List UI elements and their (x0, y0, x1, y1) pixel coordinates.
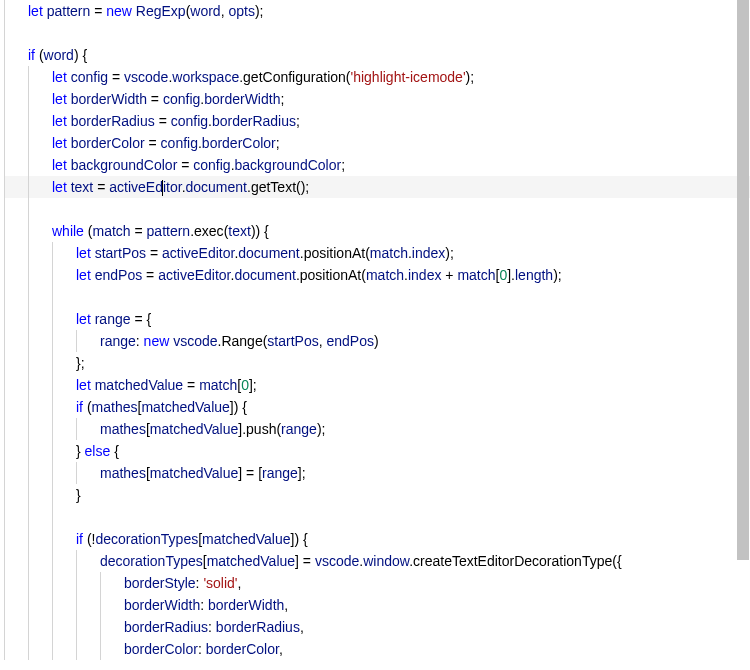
code-line[interactable]: let text = activeEditor.document.getText… (4, 176, 750, 198)
vertical-scrollbar[interactable] (736, 0, 750, 670)
code-line[interactable]: let borderWidth = config.borderWidth; (4, 88, 750, 110)
token-kw: let (76, 245, 91, 261)
token-punct: ] = [ (238, 465, 262, 481)
token-punct: ; (280, 91, 284, 107)
token-id: range (262, 465, 298, 481)
token-num: 0 (241, 377, 249, 393)
code-line[interactable]: } else { (4, 440, 750, 462)
token-id: word (190, 3, 220, 19)
token-id: borderRadius (212, 113, 296, 129)
code-line[interactable]: let endPos = activeEditor.document.posit… (4, 264, 750, 286)
token-punct: , (238, 575, 242, 591)
token-id: borderStyle (124, 575, 196, 591)
code-line[interactable]: mathes[matchedValue].push(range); (4, 418, 750, 440)
token-punct: } (76, 487, 81, 503)
token-id: pattern (47, 3, 91, 19)
code-line[interactable]: let config = vscode.workspace.getConfigu… (4, 66, 750, 88)
token-punct: = (177, 157, 193, 173)
code-line[interactable]: } (4, 484, 750, 506)
token-punct: = (93, 179, 109, 195)
token-str: 'highlight-icemode' (351, 69, 466, 85)
scrollbar-thumb[interactable] (737, 0, 749, 560)
code-line[interactable]: borderStyle: 'solid', (4, 572, 750, 594)
code-editor[interactable]: let pattern = new RegExp(word, opts);if … (0, 0, 750, 660)
token-id: text (71, 179, 94, 195)
token-punct: ); (553, 267, 562, 283)
code-line[interactable]: if (word) { (4, 44, 750, 66)
token-id: vscode (124, 69, 168, 85)
token-punct: ) (374, 333, 379, 349)
token-kw: new (144, 333, 170, 349)
code-line[interactable]: while (match = pattern.exec(text)) { (4, 220, 750, 242)
token-id: borderColor (71, 135, 145, 151)
token-kw: if (28, 47, 35, 63)
token-punct: : (198, 641, 206, 657)
token-punct: ) { (74, 47, 87, 63)
token-id: text (228, 223, 251, 239)
token-id: index (408, 267, 441, 283)
code-line[interactable]: range: new vscode.Range(startPos, endPos… (4, 330, 750, 352)
token-id: window (363, 553, 409, 569)
token-punct: ]. (238, 421, 246, 437)
code-line[interactable]: let backgroundColor = config.backgroundC… (4, 154, 750, 176)
token-kw: let (76, 267, 91, 283)
token-punct: ( (35, 47, 44, 63)
code-line[interactable]: decorationTypes[matchedValue] = vscode.w… (4, 550, 750, 572)
token-id: word (44, 47, 74, 63)
code-line[interactable]: let borderColor = config.borderColor; (4, 132, 750, 154)
code-line[interactable]: let borderRadius = config.borderRadius; (4, 110, 750, 132)
code-line[interactable]: if (!decorationTypes[matchedValue]) { (4, 528, 750, 550)
token-punct: }; (76, 355, 85, 371)
token-id: borderColor (202, 135, 276, 151)
token-kw: let (52, 69, 67, 85)
token-punct: = (90, 3, 106, 19)
code-line[interactable] (4, 22, 750, 44)
token-punct: , (279, 641, 283, 657)
token-id: startPos (267, 333, 318, 349)
token-punct: (); (296, 179, 309, 195)
token-id: match (370, 245, 408, 261)
code-line[interactable]: }; (4, 352, 750, 374)
token-id: borderRadius (71, 113, 155, 129)
token-fn: push (246, 421, 276, 437)
token-fn: getText (251, 179, 296, 195)
token-id: match (199, 377, 237, 393)
token-id: matchedValue (207, 553, 295, 569)
token-punct: + (441, 267, 457, 283)
code-line[interactable] (4, 506, 750, 528)
code-line[interactable]: let pattern = new RegExp(word, opts); (4, 0, 750, 22)
token-id: activeEditor (162, 245, 234, 261)
token-id: mathes (100, 465, 146, 481)
token-id: borderWidth (71, 91, 147, 107)
code-line[interactable]: mathes[matchedValue] = [range]; (4, 462, 750, 484)
token-punct: , (284, 597, 288, 613)
token-id: startPos (95, 245, 146, 261)
token-id: range (95, 311, 131, 327)
token-punct: ]) { (230, 399, 247, 415)
token-id: activeEditor (158, 267, 230, 283)
code-line[interactable] (4, 286, 750, 308)
token-id: RegExp (136, 3, 186, 19)
token-punct: ); (445, 245, 454, 261)
code-line[interactable]: borderWidth: borderWidth, (4, 594, 750, 616)
token-id: workspace (172, 69, 239, 85)
token-id: mathes (92, 399, 138, 415)
token-kw: while (52, 223, 84, 239)
code-line[interactable]: let matchedValue = match[0]; (4, 374, 750, 396)
token-punct: ]. (507, 267, 515, 283)
token-punct: ); (317, 421, 326, 437)
code-line[interactable]: if (mathes[matchedValue]) { (4, 396, 750, 418)
token-id: matchedValue (202, 531, 290, 547)
token-id: document (234, 267, 295, 283)
token-id: config (163, 91, 200, 107)
token-id: activeEd (109, 179, 163, 195)
code-line[interactable]: borderColor: borderColor, (4, 638, 750, 660)
code-line[interactable]: borderRadius: borderRadius, (4, 616, 750, 638)
code-line[interactable]: let range = { (4, 308, 750, 330)
code-line[interactable] (4, 198, 750, 220)
token-id: config (71, 69, 108, 85)
code-line[interactable]: let startPos = activeEditor.document.pos… (4, 242, 750, 264)
token-id: match (92, 223, 130, 239)
token-kw: let (76, 311, 91, 327)
token-punct: = (131, 223, 147, 239)
